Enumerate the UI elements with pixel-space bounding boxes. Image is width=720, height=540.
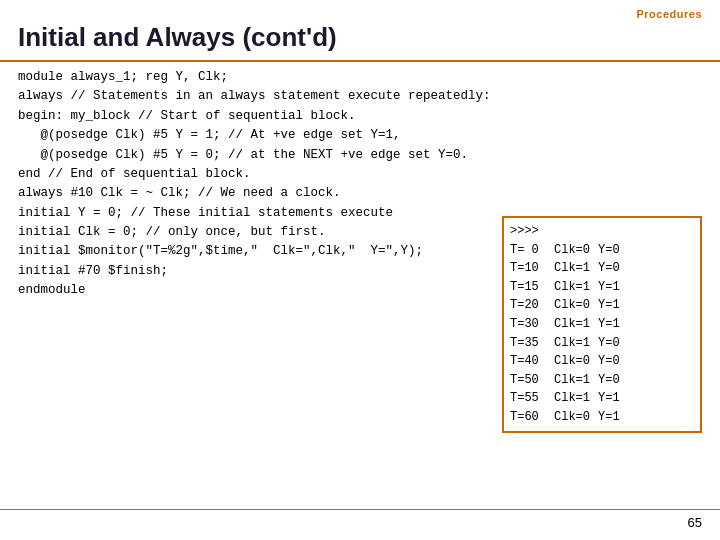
output-row: T=60Clk=0Y=1 xyxy=(510,408,694,427)
output-time: T=10 xyxy=(510,259,550,278)
output-header: >>>> xyxy=(510,222,539,241)
output-y: Y=1 xyxy=(598,315,638,334)
section-label: Procedures xyxy=(636,8,702,20)
output-clk: Clk=0 xyxy=(554,296,594,315)
output-row: T=50Clk=1Y=0 xyxy=(510,371,694,390)
output-row: T= 0Clk=0Y=0 xyxy=(510,241,694,260)
output-row: T=55Clk=1Y=1 xyxy=(510,389,694,408)
output-box: >>>> T= 0Clk=0Y=0T=10Clk=1Y=0T=15Clk=1Y=… xyxy=(502,216,702,433)
output-time: T=40 xyxy=(510,352,550,371)
output-y: Y=0 xyxy=(598,352,638,371)
page-number: 65 xyxy=(688,515,702,530)
output-row: T=20Clk=0Y=1 xyxy=(510,296,694,315)
output-clk: Clk=1 xyxy=(554,259,594,278)
output-clk: Clk=0 xyxy=(554,352,594,371)
output-y: Y=1 xyxy=(598,408,638,427)
output-y: Y=1 xyxy=(598,296,638,315)
code-text: module always_1; reg Y, Clk; always // S… xyxy=(18,68,492,301)
output-time: T= 0 xyxy=(510,241,550,260)
output-clk: Clk=1 xyxy=(554,389,594,408)
output-row: T=10Clk=1Y=0 xyxy=(510,259,694,278)
output-row: T=35Clk=1Y=0 xyxy=(510,334,694,353)
output-y: Y=0 xyxy=(598,334,638,353)
code-area: module always_1; reg Y, Clk; always // S… xyxy=(18,68,702,500)
output-row: T=40Clk=0Y=0 xyxy=(510,352,694,371)
output-time: T=20 xyxy=(510,296,550,315)
output-clk: Clk=0 xyxy=(554,241,594,260)
output-time: T=15 xyxy=(510,278,550,297)
bottom-divider xyxy=(0,509,720,511)
output-time: T=55 xyxy=(510,389,550,408)
output-clk: Clk=1 xyxy=(554,278,594,297)
output-clk: Clk=0 xyxy=(554,408,594,427)
output-y: Y=1 xyxy=(598,389,638,408)
output-y: Y=0 xyxy=(598,371,638,390)
output-y: Y=1 xyxy=(598,278,638,297)
output-time: T=30 xyxy=(510,315,550,334)
output-y: Y=0 xyxy=(598,259,638,278)
output-clk: Clk=1 xyxy=(554,371,594,390)
output-row: T=15Clk=1Y=1 xyxy=(510,278,694,297)
output-header-row: >>>> xyxy=(510,222,694,241)
output-time: T=60 xyxy=(510,408,550,427)
output-clk: Clk=1 xyxy=(554,315,594,334)
output-row: T=30Clk=1Y=1 xyxy=(510,315,694,334)
output-clk: Clk=1 xyxy=(554,334,594,353)
page-title: Initial and Always (cont'd) xyxy=(18,22,337,53)
output-time: T=50 xyxy=(510,371,550,390)
output-y: Y=0 xyxy=(598,241,638,260)
code-block: module always_1; reg Y, Clk; always // S… xyxy=(18,68,492,301)
title-divider xyxy=(0,60,720,62)
output-time: T=35 xyxy=(510,334,550,353)
